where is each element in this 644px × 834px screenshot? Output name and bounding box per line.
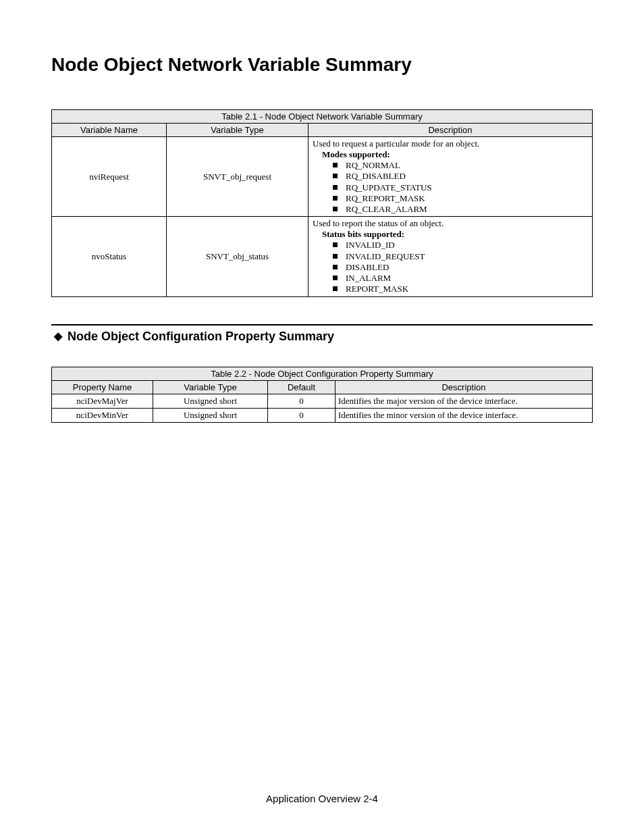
diamond-icon: ◆	[54, 330, 62, 342]
cell-var-type: SNVT_obj_request	[167, 137, 308, 217]
table-header-row: Variable Name Variable Type Description	[52, 124, 593, 137]
col-property-name: Property Name	[52, 380, 153, 394]
cell-description: Identifies the major version of the devi…	[336, 394, 593, 408]
table-row: nvoStatus SNVT_obj_status Used to report…	[52, 217, 593, 296]
square-bullet-icon	[333, 286, 338, 291]
cell-var-name: nviRequest	[52, 137, 167, 217]
square-bullet-icon	[333, 185, 338, 190]
square-bullet-icon	[333, 207, 338, 211]
col-variable-name: Variable Name	[52, 124, 167, 137]
col-description: Description	[336, 380, 593, 394]
cell-prop-name: nciDevMinVer	[52, 408, 153, 422]
table-network-vars: Table 2.1 - Node Object Network Variable…	[51, 109, 593, 297]
square-bullet-icon	[333, 242, 338, 247]
table-row: nciDevMinVer Unsigned short 0 Identifies…	[52, 408, 593, 422]
list-item: INVALID_REQUEST	[346, 251, 425, 261]
desc-subhead: Modes supported:	[322, 149, 390, 159]
cell-default: 0	[268, 394, 336, 408]
section-divider	[51, 324, 593, 325]
table-header-row: Property Name Variable Type Default Desc…	[52, 380, 593, 394]
list-item: RQ_DISABLED	[346, 171, 406, 181]
col-description: Description	[308, 124, 593, 137]
list-item: RQ_NORMAL	[346, 160, 400, 170]
col-default: Default	[268, 380, 336, 394]
col-variable-type: Variable Type	[167, 124, 308, 137]
table-row: nciDevMajVer Unsigned short 0 Identifies…	[52, 394, 593, 408]
list-item: RQ_REPORT_MASK	[346, 193, 425, 203]
square-bullet-icon	[333, 265, 338, 269]
square-bullet-icon	[333, 276, 338, 280]
cell-default: 0	[268, 408, 336, 422]
table-caption: Table 2.2 - Node Object Configuration Pr…	[52, 367, 593, 380]
list-item: RQ_UPDATE_STATUS	[346, 182, 432, 192]
cell-prop-type: Unsigned short	[153, 408, 268, 422]
caption-text: Table 2.2 - Node Object Configuration Pr…	[52, 367, 593, 380]
cell-var-type: SNVT_obj_status	[167, 217, 308, 296]
square-bullet-icon	[333, 196, 338, 201]
section-subheading: ◆Node Object Configuration Property Summ…	[51, 330, 593, 344]
table-config-props: Table 2.2 - Node Object Configuration Pr…	[51, 367, 593, 423]
cell-description: Identifies the minor version of the devi…	[336, 408, 593, 422]
col-variable-type: Variable Type	[153, 380, 268, 394]
desc-intro: Used to request a particular mode for an…	[313, 138, 479, 149]
table-row: nviRequest SNVT_obj_request Used to requ…	[52, 137, 593, 217]
list-item: REPORT_MASK	[346, 284, 408, 294]
page-footer: Application Overview 2-4	[0, 793, 644, 804]
square-bullet-icon	[333, 254, 338, 259]
list-item: INVALID_ID	[346, 240, 395, 250]
list-item: DISABLED	[346, 262, 389, 272]
subheading-text: Node Object Configuration Property Summa…	[68, 330, 334, 343]
cell-prop-name: nciDevMajVer	[52, 394, 153, 408]
list-item: RQ_CLEAR_ALARM	[346, 204, 427, 214]
cell-var-name: nvoStatus	[52, 217, 167, 296]
table-caption: Table 2.1 - Node Object Network Variable…	[52, 110, 593, 124]
square-bullet-icon	[333, 174, 338, 178]
list-item: IN_ALARM	[346, 273, 391, 283]
cell-description: Used to report the status of an object. …	[308, 217, 593, 296]
desc-intro: Used to report the status of an object.	[313, 218, 444, 228]
desc-subhead: Status bits supported:	[322, 229, 404, 239]
square-bullet-icon	[333, 163, 338, 167]
caption-text: Table 2.1 - Node Object Network Variable…	[52, 110, 593, 124]
cell-prop-type: Unsigned short	[153, 394, 268, 408]
page-title: Node Object Network Variable Summary	[51, 54, 593, 76]
cell-description: Used to request a particular mode for an…	[308, 137, 593, 217]
